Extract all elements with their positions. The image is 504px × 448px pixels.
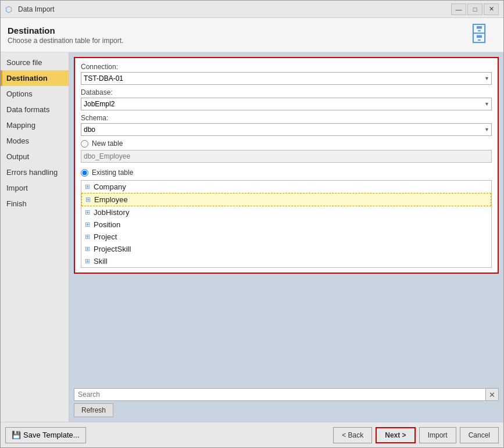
table-name-skill: Skill — [94, 257, 108, 266]
table-grid-icon: ⊞ — [85, 233, 90, 241]
new-table-label[interactable]: New table — [92, 139, 123, 148]
search-clear-button[interactable]: ✕ — [486, 388, 499, 401]
table-name-position: Position — [94, 220, 120, 229]
page-title: Destination — [8, 26, 123, 35]
schema-label: Schema: — [81, 114, 492, 122]
sidebar-item-destination[interactable]: Destination — [1, 70, 69, 86]
window-controls: — □ ✕ — [451, 3, 499, 15]
header-text: Destination Choose a destination table f… — [8, 26, 123, 45]
sidebar-item-output[interactable]: Output — [1, 149, 69, 164]
table-grid-icon: ⊞ — [85, 221, 90, 228]
search-row: ✕ — [74, 388, 499, 401]
table-item-projectskill[interactable]: ⊞ ProjectSkill — [81, 243, 491, 255]
new-table-row: New table — [81, 139, 492, 148]
database-group: Database: JobEmpl2 — [81, 88, 492, 110]
cancel-button[interactable]: Cancel — [460, 427, 499, 443]
database-select[interactable]: JobEmpl2 — [81, 98, 492, 110]
sidebar-item-data-formats[interactable]: Data formats — [1, 102, 69, 117]
table-type-group: New table Existing table — [81, 139, 492, 177]
sidebar: Source file Destination Options Data for… — [1, 52, 69, 422]
save-template-button[interactable]: 💾 Save Template... — [5, 427, 86, 443]
content-area: Source file Destination Options Data for… — [1, 52, 503, 422]
page-header: Destination Choose a destination table f… — [1, 18, 503, 52]
sidebar-item-source-file[interactable]: Source file — [1, 55, 69, 70]
connection-group: Connection: TST-DBA-01 — [81, 63, 492, 85]
header-icon-area: 🗄 — [469, 23, 496, 47]
table-item-project[interactable]: ⊞ Project — [81, 231, 491, 243]
table-grid-icon: ⊞ — [85, 209, 90, 216]
database-label: Database: — [81, 88, 492, 96]
table-grid-icon: ⊞ — [85, 245, 90, 253]
new-table-radio[interactable] — [81, 140, 88, 148]
sidebar-item-modes[interactable]: Modes — [1, 133, 69, 149]
existing-table-label[interactable]: Existing table — [92, 169, 133, 177]
sidebar-item-finish[interactable]: Finish — [1, 196, 69, 212]
table-list: ⊞ Company ⊞ Employee ⊞ JobHistory ⊞ Posi… — [81, 180, 492, 268]
connection-select-wrapper: TST-DBA-01 — [81, 72, 492, 85]
table-item-position[interactable]: ⊞ Position — [81, 218, 491, 231]
window-title: Data Import — [18, 5, 451, 13]
sidebar-item-import[interactable]: Import — [1, 180, 69, 196]
sidebar-item-mapping[interactable]: Mapping — [1, 117, 69, 133]
table-grid-icon: ⊞ — [85, 183, 90, 191]
minimize-button[interactable]: — — [451, 3, 466, 15]
connection-select[interactable]: TST-DBA-01 — [81, 72, 492, 85]
table-item-employee[interactable]: ⊞ Employee — [81, 193, 491, 206]
table-name-jobhistory: JobHistory — [94, 208, 129, 217]
empty-area — [74, 277, 499, 385]
table-name-projectskill: ProjectSkill — [94, 245, 131, 253]
main-area: Connection: TST-DBA-01 Database: JobEmpl… — [69, 52, 503, 422]
existing-table-row: Existing table — [81, 169, 492, 177]
sidebar-item-options[interactable]: Options — [1, 86, 69, 102]
sidebar-item-errors-handling[interactable]: Errors handling — [1, 164, 69, 180]
schema-select-wrapper: dbo — [81, 123, 492, 136]
table-name-company: Company — [94, 182, 126, 191]
save-icon: 💾 — [12, 431, 21, 439]
existing-table-radio[interactable] — [81, 169, 88, 177]
maximize-button[interactable]: □ — [467, 3, 482, 15]
new-table-input[interactable] — [81, 150, 492, 163]
table-grid-icon: ⊞ — [85, 196, 91, 203]
refresh-row: Refresh — [74, 403, 499, 417]
table-item-jobhistory[interactable]: ⊞ JobHistory — [81, 206, 491, 218]
table-name-employee: Employee — [94, 195, 128, 204]
table-item-company[interactable]: ⊞ Company — [81, 181, 491, 193]
main-window: ⬡ Data Import — □ ✕ Destination Choose a… — [0, 0, 504, 448]
table-name-project: Project — [94, 232, 117, 241]
destination-form: Connection: TST-DBA-01 Database: JobEmpl… — [74, 57, 499, 274]
back-button[interactable]: < Back — [333, 427, 372, 443]
schema-select[interactable]: dbo — [81, 123, 492, 136]
close-button[interactable]: ✕ — [484, 3, 499, 15]
import-button[interactable]: Import — [419, 427, 456, 443]
database-icon: 🗄 — [469, 23, 489, 46]
app-icon: ⬡ — [5, 5, 15, 14]
page-subtitle: Choose a destination table for import. — [8, 37, 123, 45]
search-input[interactable] — [74, 388, 486, 401]
table-grid-icon: ⊞ — [85, 257, 90, 265]
table-item-skill[interactable]: ⊞ Skill — [81, 255, 491, 267]
connection-label: Connection: — [81, 63, 492, 71]
refresh-button[interactable]: Refresh — [74, 403, 113, 417]
schema-group: Schema: dbo — [81, 114, 492, 136]
next-button[interactable]: Next > — [376, 427, 415, 443]
title-bar: ⬡ Data Import — □ ✕ — [1, 1, 503, 18]
footer: 💾 Save Template... < Back Next > Import … — [1, 422, 503, 447]
database-select-wrapper: JobEmpl2 — [81, 98, 492, 110]
